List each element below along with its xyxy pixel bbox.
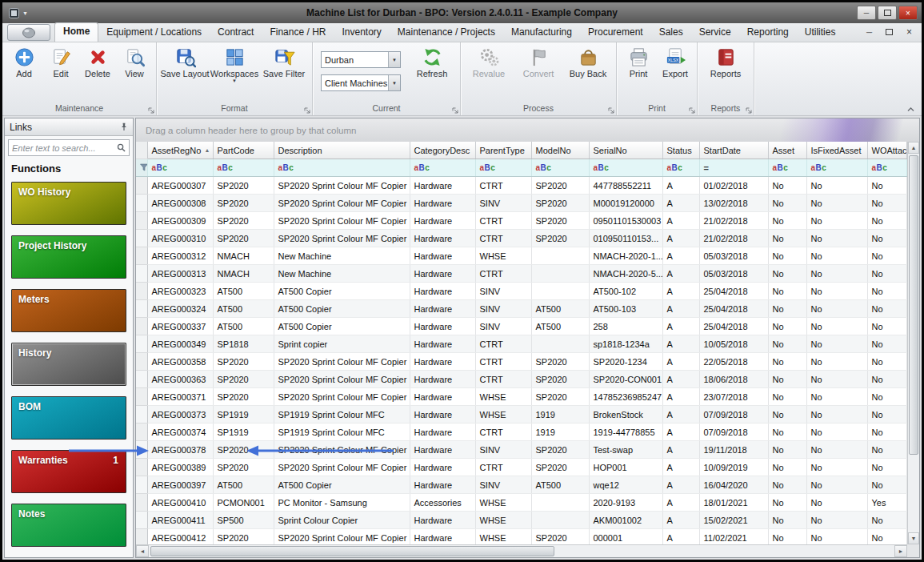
search-input[interactable] <box>9 143 117 153</box>
table-row[interactable]: AREG000374SP1919SP1919 Sprint Colour MFC… <box>136 424 907 441</box>
table-row[interactable]: AREG000324AT500AT500 CopierHardwareSINVA… <box>136 300 907 318</box>
print-button[interactable]: Print <box>620 46 657 102</box>
tab-finance-hr[interactable]: Finance / HR <box>262 24 334 42</box>
pin-icon[interactable] <box>120 122 128 131</box>
column-header-asset[interactable]: Asset <box>768 142 806 159</box>
column-header-partcode[interactable]: PartCode <box>213 142 274 159</box>
tab-home[interactable]: Home <box>54 22 98 42</box>
column-header-woattachme[interactable]: WOAttachme <box>867 142 907 159</box>
machine-filter-combobox-arrow-icon[interactable]: ▼ <box>388 75 400 90</box>
function-button-history[interactable]: History <box>11 343 126 386</box>
reports-button[interactable]: Reports <box>701 46 750 102</box>
process-dialog-launcher[interactable] <box>608 107 614 114</box>
export-button[interactable]: XLSX Export <box>657 46 694 102</box>
column-header-startdate[interactable]: StartDate <box>699 142 768 159</box>
tab-manufacturing[interactable]: Manufacturing <box>503 24 580 42</box>
scroll-down-icon[interactable]: ▼ <box>908 532 919 544</box>
quick-access-caret-icon[interactable]: ▼ <box>22 10 28 16</box>
filter-cell-parenttype[interactable]: aBc <box>475 159 531 177</box>
table-row[interactable]: AREG000389SP2020SP2020 Sprint Colour MF … <box>136 459 907 476</box>
tab-maintenance-projects[interactable]: Maintenance / Projects <box>390 24 503 42</box>
table-row[interactable]: AREG000310SP2020SP2020 Sprint Colour MF … <box>136 230 907 247</box>
filter-cell-categorydesc[interactable]: aBc <box>410 159 475 177</box>
machine-filter-combobox[interactable]: Client Machines ▼ <box>321 74 401 91</box>
table-row[interactable]: AREG000371SP2020SP2020 Sprint Colour MF … <box>136 388 907 406</box>
tab-reporting[interactable]: Reporting <box>739 24 797 42</box>
table-row[interactable]: AREG000397AT500AT500 CopierHardwareSINVA… <box>136 476 907 494</box>
minimize-window-button[interactable]: ─ <box>866 28 872 37</box>
filter-cell-description[interactable]: aBc <box>274 159 410 177</box>
current-dialog-launcher[interactable] <box>452 107 458 114</box>
format-dialog-launcher[interactable] <box>304 107 310 114</box>
site-combobox-arrow-icon[interactable]: ▼ <box>388 52 400 67</box>
table-row[interactable]: AREG000309SP2020SP2020 Sprint Colour MF … <box>136 212 907 230</box>
reports-dialog-launcher[interactable] <box>746 107 752 114</box>
table-row[interactable]: AREG000358SP2020SP2020 Sprint Colour MF … <box>136 353 907 371</box>
restore-window-button[interactable] <box>886 28 893 37</box>
tab-contract[interactable]: Contract <box>210 24 262 42</box>
column-header-categorydesc[interactable]: CategoryDesc <box>410 142 475 159</box>
table-row[interactable]: AREG000337AT500AT500 CopierHardwareSINVA… <box>136 318 907 335</box>
tab-utilities[interactable]: Utilities <box>797 24 844 42</box>
table-row[interactable]: AREG000308SP2020SP2020 Sprint Colour MF … <box>136 195 907 212</box>
horizontal-scroll-track[interactable] <box>149 545 894 557</box>
close-button[interactable]: × <box>898 6 918 20</box>
table-row[interactable]: AREG000363SP2020SP2020 Sprint Colour MF … <box>136 371 907 388</box>
horizontal-scroll-thumb[interactable] <box>150 546 554 556</box>
function-button-warranties[interactable]: Warranties1 <box>11 450 126 493</box>
filter-cell-assetregno[interactable]: aBc <box>147 159 213 177</box>
add-button[interactable]: Add <box>6 46 42 102</box>
table-row[interactable]: AREG000411SP500Sprint Colour CopierHardw… <box>136 512 907 529</box>
function-button-bom[interactable]: BOM <box>11 396 126 440</box>
column-header-assetregno[interactable]: AssetRegNo▲ <box>147 142 213 159</box>
tab-procurement[interactable]: Procurement <box>580 24 651 42</box>
vertical-scroll-track[interactable] <box>908 154 919 532</box>
view-button[interactable]: View <box>116 46 153 102</box>
scroll-right-icon[interactable]: ► <box>894 545 907 557</box>
vertical-scroll-thumb[interactable] <box>909 155 918 455</box>
delete-button[interactable]: Delete <box>79 46 116 102</box>
print-dialog-launcher[interactable] <box>689 107 695 114</box>
table-row[interactable]: AREG000313NMACHNew MachineHardwareCTRTNM… <box>136 265 907 283</box>
table-row[interactable]: AREG000410PCMON001PC Monitor - SamsungAc… <box>136 494 907 512</box>
column-header-modelno[interactable]: ModelNo <box>531 142 589 159</box>
function-button-notes[interactable]: Notes <box>11 504 126 547</box>
column-header-parenttype[interactable]: ParentType <box>475 142 531 159</box>
site-combobox[interactable]: Durban ▼ <box>321 51 401 68</box>
horizontal-scrollbar[interactable]: ◄ ► <box>136 544 907 557</box>
filter-cell-partcode[interactable]: aBc <box>213 159 274 177</box>
function-button-wo-history[interactable]: WO History <box>11 182 126 225</box>
table-row[interactable]: AREG000307SP2020SP2020 Sprint Colour MF … <box>136 177 907 195</box>
function-button-meters[interactable]: Meters <box>11 289 126 332</box>
scroll-up-icon[interactable]: ▲ <box>908 142 919 154</box>
filter-cell-isfixedasset[interactable]: aBc <box>806 159 867 177</box>
filter-cell-modelno[interactable]: aBc <box>531 159 589 177</box>
table-row[interactable]: AREG000312NMACHNew MachineHardwareWHSENM… <box>136 247 907 265</box>
table-row[interactable]: AREG000349SP1818Sprint copierHardwareCTR… <box>136 335 907 353</box>
filter-cell-serialno[interactable]: aBc <box>589 159 662 177</box>
filter-cell-asset[interactable]: aBc <box>768 159 806 177</box>
maximize-button[interactable] <box>878 6 897 20</box>
minimize-button[interactable]: ─ <box>857 6 876 20</box>
function-button-project-history[interactable]: Project History <box>11 235 126 279</box>
column-header-status[interactable]: Status <box>662 142 699 159</box>
refresh-button[interactable]: Refresh <box>407 46 457 102</box>
tab-sales[interactable]: Sales <box>651 24 691 42</box>
column-header-serialno[interactable]: SerialNo <box>589 142 662 159</box>
table-row[interactable]: AREG000412SP2020SP2020 Sprint Colour MF … <box>136 529 907 545</box>
vertical-scrollbar[interactable]: ▲ ▼ <box>907 142 919 544</box>
app-menu-button[interactable] <box>7 24 50 41</box>
column-header-description[interactable]: Description <box>274 142 410 159</box>
filter-cell-startdate[interactable]: = <box>699 159 768 177</box>
close-window-button[interactable]: × <box>906 26 912 38</box>
table-row[interactable]: AREG000373SP1919SP1919 Sprint Colour MFC… <box>136 406 907 424</box>
tab-service[interactable]: Service <box>691 24 739 42</box>
collapse-ribbon-button[interactable] <box>906 106 915 113</box>
table-row[interactable]: AREG000323AT500AT500 CopierHardwareSINVA… <box>136 283 907 300</box>
table-row[interactable]: AREG000378SP2020SP2020 Sprint Colour MF … <box>136 441 907 459</box>
filter-cell-woattachme[interactable]: aBc <box>867 159 907 177</box>
group-by-panel[interactable]: Drag a column header here to group by th… <box>136 118 919 143</box>
workspaces-button[interactable]: Workspaces ▼ <box>210 46 259 102</box>
tab-inventory[interactable]: Inventory <box>334 24 389 42</box>
column-header-isfixedasset[interactable]: IsFixedAsset <box>806 142 867 159</box>
